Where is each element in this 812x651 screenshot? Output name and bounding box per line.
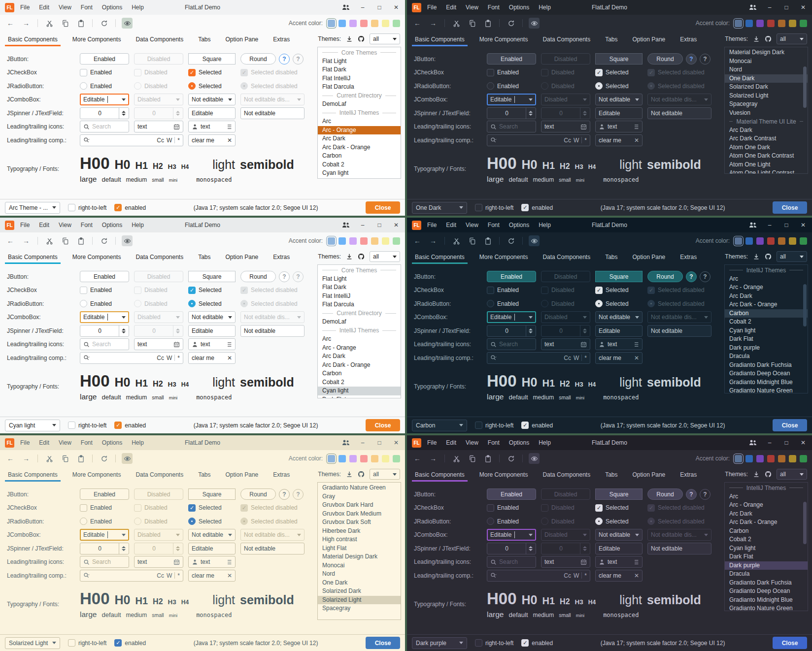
checkbox-enabled[interactable]: Enabled xyxy=(487,504,536,512)
theme-list-item[interactable]: Atom One Dark Contrast xyxy=(725,152,808,161)
tab-data-components[interactable]: Data Components xyxy=(541,471,591,482)
menu-options[interactable]: Options xyxy=(102,439,122,446)
tab-extras[interactable]: Extras xyxy=(679,36,698,46)
accent-swatch[interactable] xyxy=(393,237,400,245)
enabled-checkbox[interactable]: ✓enabled xyxy=(114,204,146,211)
theme-list-item[interactable]: Dark purple xyxy=(725,344,808,353)
theme-list-item[interactable]: Arc xyxy=(725,492,808,501)
spinner-buttons[interactable] xyxy=(119,108,126,119)
theme-list-item[interactable]: High contrast xyxy=(318,535,401,544)
show-hidden-eye-toggle[interactable] xyxy=(529,18,540,29)
menu-view[interactable]: View xyxy=(466,439,478,446)
search-input[interactable]: Search xyxy=(487,121,536,132)
calendar-icon[interactable] xyxy=(173,124,180,130)
tab-more-components[interactable]: More Components xyxy=(478,471,529,482)
accent-swatch[interactable] xyxy=(360,20,368,27)
enabled-button[interactable]: Enabled xyxy=(487,271,536,282)
theme-list-item[interactable]: Atom One Dark xyxy=(725,143,808,152)
accent-swatch[interactable] xyxy=(338,455,346,462)
checkbox-box[interactable] xyxy=(487,504,494,512)
close-window-button[interactable]: ✕ xyxy=(799,439,807,446)
cut-icon[interactable] xyxy=(44,18,55,29)
round-button[interactable]: Round xyxy=(240,488,276,500)
users-icon[interactable] xyxy=(342,4,350,11)
theme-selector-combo[interactable]: Arc Theme - ... xyxy=(5,202,60,214)
clear-icon[interactable]: ✕ xyxy=(227,355,232,361)
menu-view[interactable]: View xyxy=(466,4,478,11)
minimize-button[interactable]: – xyxy=(766,439,774,446)
accent-swatch-selected[interactable] xyxy=(735,20,742,27)
list-icon[interactable] xyxy=(226,124,232,130)
theme-selector-combo[interactable]: Solarized Light xyxy=(5,637,60,649)
minimize-button[interactable]: – xyxy=(359,222,367,228)
regex-button[interactable]: * xyxy=(177,137,180,144)
menu-help[interactable]: Help xyxy=(132,222,144,228)
textfield-editable[interactable]: Editable xyxy=(595,107,643,119)
date-input[interactable]: text xyxy=(541,338,590,350)
show-hidden-eye-toggle[interactable] xyxy=(529,235,540,246)
right-to-left-checkbox[interactable]: right-to-left xyxy=(68,422,106,429)
theme-list-item[interactable]: Gradianto Deep Ocean xyxy=(725,587,808,596)
theme-list-item[interactable]: Gruvbox Dark Medium xyxy=(318,510,401,519)
paste-icon[interactable] xyxy=(75,453,86,464)
accent-swatch-selected[interactable] xyxy=(735,455,742,462)
whole-words-button[interactable]: W xyxy=(167,137,172,144)
theme-list-item[interactable]: Carbon xyxy=(725,527,808,536)
tab-option-pane[interactable]: Option Pane xyxy=(225,471,260,482)
forward-icon[interactable]: → xyxy=(428,18,439,29)
checkbox-selected[interactable]: ✓Selected xyxy=(595,69,643,76)
search-with-options-icon[interactable] xyxy=(83,355,90,361)
menu-options[interactable]: Options xyxy=(509,4,529,11)
theme-list-item[interactable]: Gradianto Midnight Blue xyxy=(725,596,808,605)
search-with-options-icon[interactable] xyxy=(490,572,497,579)
combobox-editable[interactable]: Editable xyxy=(80,311,129,323)
menu-edit[interactable]: Edit xyxy=(446,439,456,446)
spinner[interactable]: 0 xyxy=(487,325,536,337)
theme-list-item[interactable]: Monocai xyxy=(725,57,808,66)
help-button[interactable]: ? xyxy=(686,271,697,282)
menu-edit[interactable]: Edit xyxy=(446,222,456,228)
clear-icon[interactable]: ✕ xyxy=(634,572,639,579)
round-button[interactable]: Round xyxy=(647,53,683,65)
github-icon[interactable] xyxy=(765,253,772,260)
search-input[interactable]: Search xyxy=(80,556,129,568)
search-input[interactable]: Search xyxy=(487,556,536,568)
theme-list-item[interactable]: Gradianto Dark Fuchsia xyxy=(725,579,808,587)
tab-data-components[interactable]: Data Components xyxy=(135,254,184,264)
theme-filter-combo[interactable]: all xyxy=(370,33,400,44)
checkbox-selected[interactable]: ✓Selected xyxy=(188,504,236,512)
right-to-left-checkbox[interactable]: right-to-left xyxy=(68,204,106,211)
spinner-buttons[interactable] xyxy=(119,543,126,554)
maximize-button[interactable]: □ xyxy=(375,222,383,228)
accent-swatch[interactable] xyxy=(778,237,785,245)
enabled-button[interactable]: Enabled xyxy=(80,488,129,500)
user-input[interactable]: text xyxy=(188,556,236,568)
whole-words-button[interactable]: W xyxy=(574,355,579,361)
user-input[interactable]: text xyxy=(595,338,643,350)
enabled-checkbox[interactable]: ✓enabled xyxy=(114,639,146,647)
menu-file[interactable]: File xyxy=(427,439,437,446)
user-input[interactable]: text xyxy=(188,121,236,132)
theme-filter-combo[interactable]: all xyxy=(777,33,807,44)
tab-data-components[interactable]: Data Components xyxy=(541,254,591,264)
theme-list-item[interactable]: Light Flat xyxy=(318,544,401,553)
menu-view[interactable]: View xyxy=(466,222,478,228)
copy-icon[interactable] xyxy=(467,453,477,464)
close-window-button[interactable]: ✕ xyxy=(392,4,400,11)
themes-list-scrollbar[interactable] xyxy=(803,485,807,609)
chevron-down-icon[interactable] xyxy=(529,98,533,101)
themes-list-scrollbar[interactable] xyxy=(803,49,807,171)
close-button[interactable]: Close xyxy=(773,419,807,431)
close-window-button[interactable]: ✕ xyxy=(392,439,400,446)
search-match-input[interactable]: Cc W * xyxy=(487,134,590,146)
round-button[interactable]: Round xyxy=(647,488,683,500)
tab-more-components[interactable]: More Components xyxy=(71,471,122,482)
calendar-icon[interactable] xyxy=(580,559,587,565)
match-case-button[interactable]: Cc xyxy=(157,572,164,579)
theme-selector-combo[interactable]: Cyan light xyxy=(5,420,60,431)
chevron-down-icon[interactable] xyxy=(122,98,126,101)
enabled-checkbox[interactable]: ✓enabled xyxy=(521,422,553,429)
clear-icon[interactable]: ✕ xyxy=(634,137,639,144)
theme-list-item[interactable]: Flat Dark xyxy=(318,283,401,292)
tab-tabs[interactable]: Tabs xyxy=(604,36,618,46)
